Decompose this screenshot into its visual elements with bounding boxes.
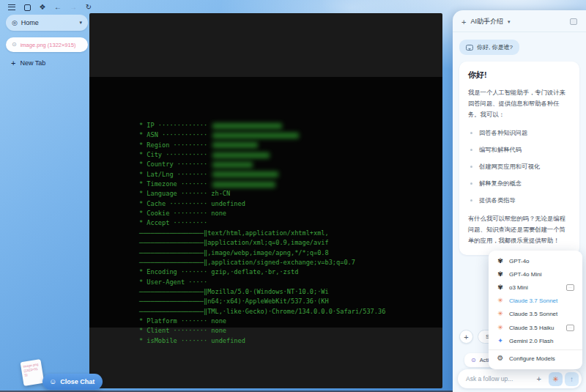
list-item: 编写和解释代码 [470, 146, 571, 154]
terminal-line: * Language ······· zh-CN [139, 189, 385, 199]
terminal-line: * User-Agent ····· [139, 278, 385, 287]
list-item: 回答各种知识问题 [470, 129, 571, 137]
ai-chat-panel: + AI助手介绍 ▾ 你好, 你是谁? 你好! 我是一个人工智能助手，专门设计来… [453, 10, 586, 392]
chevron-down-icon[interactable]: ▾ [508, 19, 511, 25]
image-tab-label: image.png (1322×915) [21, 42, 76, 48]
image-viewer: * IP ············· * ASN ············ * … [89, 13, 442, 388]
model-option[interactable]: ✳ Claude 3.7 Sonnet [489, 295, 582, 308]
redacted-value [212, 152, 270, 158]
terminal-line: * Region ········· [139, 141, 385, 150]
redacted-value [212, 123, 282, 129]
ai-greeting: 你好! [468, 70, 571, 81]
chat-input-bar[interactable]: Ask a follow up... + ✳ ↑ [458, 369, 582, 388]
redacted-value [212, 133, 299, 138]
chevron-down-icon: ▾ [79, 20, 82, 26]
terminal-line: ─────────────────‖TML,·like·Gecko)·Chrom… [139, 307, 385, 317]
message-list: 你好, 你是谁? 你好! 我是一个人工智能助手，专门设计来回答问题、提供信息和帮… [453, 32, 586, 255]
terminal-line: * Encoding ······· gzip,·deflate,·br,·zs… [139, 267, 385, 277]
model-label: Claude 3.7 Sonnet [509, 297, 574, 304]
attach-icon[interactable]: + [537, 374, 541, 383]
terminal-line: * Cache ·········· undefined [139, 199, 385, 209]
globe-icon: ⊙ [471, 358, 476, 363]
new-chat-icon[interactable]: + [461, 18, 466, 26]
sidebar-item-home[interactable]: ◎ Home ▾ [6, 15, 88, 31]
forward-icon[interactable]: → [69, 3, 78, 12]
window-icon[interactable] [23, 3, 31, 12]
reasoning-badge-icon: ⋯ [566, 284, 574, 291]
user-message-text: 你好, 你是谁? [477, 43, 513, 51]
terminal-line: ─────────────────‖,image/webp,image/apng… [139, 248, 385, 258]
model-option[interactable]: ✦ Gemini 2.0 Flash [489, 334, 582, 347]
close-chat-button[interactable]: ☺ Close Chat [42, 374, 103, 390]
ai-outro-text: 有什么我可以帮您的吗？无论是编程问题、知识查询还是需要创建一个简单的应用，我都很… [468, 213, 571, 246]
terminal-line: ─────────────────‖Mozilla/5.0·(Windows·N… [139, 287, 385, 297]
browser-toolbar: ❖ ← → ↻ [7, 3, 93, 12]
list-item: 创建网页应用和可视化 [470, 163, 571, 171]
terminal-line: ─────────────────‖,application/signed-ex… [139, 258, 385, 267]
terminal-output: * IP ············· * ASN ············ * … [139, 92, 385, 346]
smiley-icon: ☺ [49, 378, 56, 385]
terminal-line: * Cookie ········· none [139, 209, 385, 218]
new-tab-button[interactable]: + New Tab [11, 59, 88, 67]
terminal-line: * IP ············· [139, 121, 385, 130]
ai-intro-text: 我是一个人工智能助手，专门设计来回答问题、提供信息和帮助各种任务。我可以： [468, 87, 571, 120]
model-option[interactable]: ⚙ Configure Models [489, 350, 582, 366]
terminal-line: ─────────────────‖text/html,application/… [139, 229, 385, 238]
chat-title[interactable]: AI助手介绍 [470, 17, 503, 26]
extension-icon[interactable]: ❖ [38, 3, 47, 12]
redacted-value [212, 142, 258, 148]
chat-header: + AI助手介绍 ▾ [453, 10, 586, 32]
back-icon[interactable]: ← [53, 3, 62, 12]
model-selector-dropdown: ✾ GPT-4o ✾ GPT-4o Mini ✾ o3 Mini ⋯ ✳ Cla… [489, 251, 582, 369]
list-item: 解释复杂的概念 [470, 180, 571, 188]
refresh-icon[interactable]: ↻ [84, 3, 93, 12]
user-message-bubble: 你好, 你是谁? [459, 40, 519, 55]
expand-window-icon[interactable] [570, 18, 577, 25]
terminal-line: * Platform ······· none [139, 317, 385, 326]
terminal-line: * Timezone ······· [139, 180, 385, 189]
model-option[interactable]: ✾ GPT-4o [489, 254, 582, 267]
terminal-line: ─────────────────‖application/xml;q=0.9,… [139, 238, 385, 248]
screenshot-image: * IP ············· * ASN ············ * … [89, 77, 442, 328]
ai-message-card: 你好! 我是一个人工智能助手，专门设计来回答问题、提供信息和帮助各种任务。我可以… [459, 62, 579, 255]
model-icon: ✾ [497, 258, 504, 265]
menu-icon[interactable] [7, 3, 16, 12]
chat-input[interactable]: Ask a follow up... [466, 375, 537, 382]
add-context-button[interactable]: + [459, 330, 473, 344]
redacted-value [212, 171, 278, 177]
model-option[interactable]: ✾ o3 Mini ⋯ [489, 281, 582, 294]
list-item: 提供各类指导 [470, 196, 571, 204]
model-label: Configure Models [509, 355, 574, 362]
home-label: Home [21, 19, 76, 26]
tab-sidebar: ◎ Home ▾ ⊙ image.png (1322×915) + New Ta… [0, 15, 88, 67]
home-icon: ◎ [12, 20, 18, 26]
model-icon: ⚙ [497, 355, 504, 362]
drag-ghost-text: image.png (1322×915) [23, 362, 41, 377]
terminal-line: * ASN ············ [139, 130, 385, 140]
model-label: Gemini 2.0 Flash [509, 338, 574, 344]
redacted-value [212, 162, 253, 168]
ai-capability-list: 回答各种知识问题编写和解释代码创建网页应用和可视化解释复杂的概念提供各类指导 [470, 129, 571, 204]
send-button[interactable]: ↑ [565, 372, 579, 386]
terminal-line: ─────────────────‖n64;·x64)·AppleWebKit/… [139, 297, 385, 306]
model-option[interactable]: ✳ Claude 3.5 Sonnet [489, 308, 582, 321]
model-picker-button[interactable]: ✳ [549, 372, 563, 386]
sidebar-item-image-tab[interactable]: ⊙ image.png (1322×915) [6, 37, 88, 52]
model-label: Claude 3.5 Haiku [509, 325, 561, 331]
model-icon: ✦ [497, 338, 504, 344]
plus-icon: + [11, 59, 15, 67]
drag-ghost-card: image.png (1322×915) [21, 359, 45, 386]
model-label: o3 Mini [509, 284, 561, 291]
terminal-line: * isMobile ······· undefined [139, 336, 385, 346]
terminal-line: * Accept ········· [139, 218, 385, 228]
model-icon: ✳ [497, 311, 504, 317]
reasoning-badge-icon: ⋯ [566, 325, 574, 331]
redacted-value [212, 182, 275, 188]
model-icon: ✳ [497, 325, 504, 331]
model-option[interactable]: ✾ GPT-4o Mini [489, 267, 582, 281]
close-chat-label: Close Chat [60, 378, 94, 385]
model-icon: ✳ [497, 297, 504, 304]
terminal-line: * Client ········· none [139, 326, 385, 336]
model-option[interactable]: ✳ Claude 3.5 Haiku ⋯ [489, 321, 582, 334]
model-label: Claude 3.5 Sonnet [509, 311, 574, 317]
